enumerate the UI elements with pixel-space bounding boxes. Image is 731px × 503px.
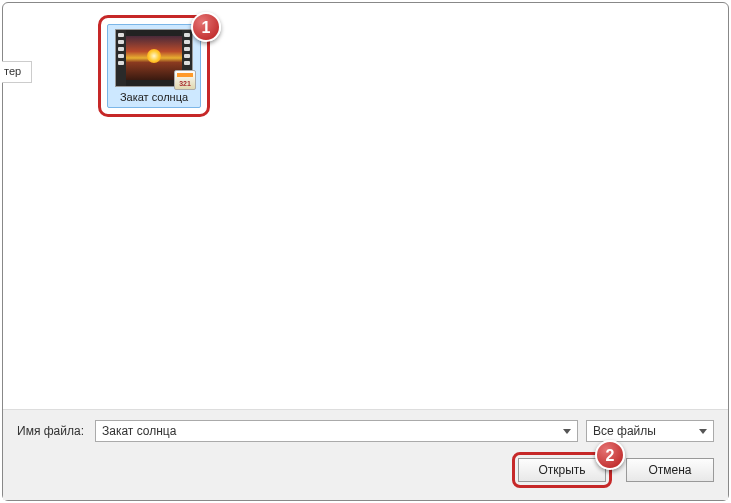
annotation-highlight-1: 1 321 xyxy=(98,15,210,117)
file-name-label: Закат солнца xyxy=(112,91,196,103)
badge-text: 321 xyxy=(179,80,191,87)
sidebar-fragment: тер xyxy=(2,61,32,83)
annotation-marker-1: 1 xyxy=(191,12,221,42)
filter-value: Все файлы xyxy=(593,424,656,438)
open-button[interactable]: Открыть xyxy=(518,458,606,482)
file-selection: 321 Закат солнца xyxy=(107,24,201,108)
file-open-dialog: тер 1 xyxy=(2,2,729,501)
video-thumbnail: 321 xyxy=(115,29,193,87)
filename-value: Закат солнца xyxy=(102,424,176,438)
filename-input[interactable]: Закат солнца xyxy=(95,420,578,442)
filename-label: Имя файла: xyxy=(17,424,87,438)
annotation-marker-2: 2 xyxy=(595,440,625,470)
file-type-filter[interactable]: Все файлы xyxy=(586,420,714,442)
file-list-area[interactable]: тер 1 xyxy=(3,3,728,409)
dialog-footer: Имя файла: Закат солнца Все файлы 2 Откр… xyxy=(3,409,728,500)
annotation-highlight-2: 2 Открыть xyxy=(512,452,612,488)
filmstrip-icon xyxy=(116,30,126,86)
sun-icon xyxy=(147,49,161,63)
file-item[interactable]: 1 321 xyxy=(98,15,210,117)
player-badge-icon: 321 xyxy=(174,70,196,90)
cancel-button[interactable]: Отмена xyxy=(626,458,714,482)
